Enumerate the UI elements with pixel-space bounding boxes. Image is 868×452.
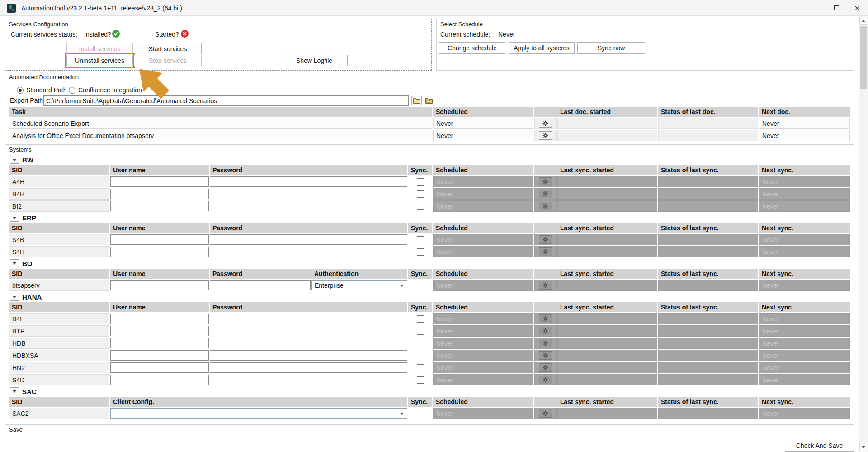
username-input[interactable]: [110, 280, 209, 290]
collapse-sac-button[interactable]: [10, 387, 19, 395]
export-path-input[interactable]: [43, 95, 409, 106]
sync-checkbox[interactable]: [417, 364, 424, 371]
password-input[interactable]: [210, 189, 407, 199]
scrollbar-up-button[interactable]: [859, 17, 867, 25]
schedule-gear-button[interactable]: [539, 281, 552, 290]
password-input[interactable]: [210, 201, 407, 211]
table-row: S4D Never Never: [9, 374, 850, 385]
sync-checkbox[interactable]: [417, 190, 424, 198]
uninstall-services-button[interactable]: Uninstall services: [66, 55, 133, 66]
username-input[interactable]: [110, 375, 209, 385]
sync-checkbox[interactable]: [417, 410, 424, 417]
open-folder-button[interactable]: [424, 96, 434, 105]
sync-checkbox[interactable]: [417, 315, 424, 323]
schedule-gear-button[interactable]: [539, 363, 552, 372]
scrollbar-down-button[interactable]: [859, 443, 867, 451]
username-input[interactable]: [110, 247, 209, 257]
scrollbar-thumb[interactable]: [860, 26, 867, 89]
schedule-gear-button[interactable]: [539, 119, 552, 128]
scheduled-cell: Never: [433, 200, 533, 212]
radio-standard-path[interactable]: Standard Path: [17, 86, 67, 94]
schedule-gear-button[interactable]: [539, 339, 552, 347]
show-logfile-button[interactable]: Show Logfile: [281, 55, 348, 66]
gear-icon: [542, 133, 548, 138]
schedule-gear-button[interactable]: [539, 376, 552, 384]
password-input[interactable]: [210, 176, 407, 187]
password-input[interactable]: [210, 375, 407, 385]
collapse-hana-button[interactable]: [10, 293, 19, 301]
apply-to-all-systems-button[interactable]: Apply to all systems: [509, 42, 575, 54]
vertical-scrollbar[interactable]: [859, 16, 868, 452]
schedule-gear-button[interactable]: [539, 235, 552, 244]
sync-checkbox[interactable]: [417, 178, 424, 186]
password-cell: [210, 338, 407, 349]
start-services-button[interactable]: Start services: [134, 43, 202, 54]
username-input[interactable]: [110, 189, 209, 199]
last-sync-cell: [557, 188, 657, 200]
password-input[interactable]: [210, 247, 407, 257]
schedule-gear-button[interactable]: [539, 131, 552, 140]
username-input[interactable]: [110, 176, 209, 187]
change-schedule-button[interactable]: Change schedule: [439, 42, 505, 54]
sync-now-button[interactable]: Sync now: [577, 42, 645, 54]
username-input[interactable]: [110, 314, 209, 324]
radio-confluence-integration[interactable]: Confluence Integration: [69, 86, 142, 94]
schedule-gear-button[interactable]: [539, 247, 552, 256]
services-configuration-group: Services Configuration Current services …: [5, 19, 432, 71]
scheduled-cell: Never: [433, 350, 533, 361]
schedule-gear-button[interactable]: [539, 190, 552, 198]
username-input[interactable]: [110, 338, 209, 348]
sid-cell: B4H: [9, 188, 109, 200]
scheduled-cell: Never: [433, 313, 533, 324]
gear-cell: [534, 280, 557, 291]
password-input[interactable]: [210, 234, 407, 245]
collapse-erp-button[interactable]: [10, 214, 19, 222]
check-and-save-button[interactable]: Check And Save: [785, 440, 854, 452]
col-header-gear: [534, 107, 557, 117]
schedule-gear-button[interactable]: [539, 327, 552, 335]
client-config-select[interactable]: [110, 408, 407, 419]
password-input[interactable]: [210, 326, 407, 336]
close-button[interactable]: [847, 0, 868, 15]
password-input[interactable]: [210, 362, 407, 373]
maximize-button[interactable]: [826, 0, 847, 15]
gear-cell: [534, 234, 557, 245]
username-input[interactable]: [110, 350, 209, 361]
next-sync-cell: Never: [759, 362, 850, 373]
authentication-select[interactable]: Enterprise: [311, 280, 407, 290]
schedule-gear-button[interactable]: [539, 351, 552, 360]
password-input[interactable]: [210, 314, 407, 324]
sync-checkbox[interactable]: [417, 248, 424, 256]
sync-cell: [408, 280, 432, 291]
schedule-gear-button[interactable]: [539, 314, 552, 323]
sync-checkbox[interactable]: [417, 282, 424, 289]
schedule-gear-button[interactable]: [539, 177, 552, 186]
username-input[interactable]: [110, 201, 209, 211]
password-input[interactable]: [210, 338, 407, 348]
password-input[interactable]: [210, 280, 311, 290]
username-input[interactable]: [110, 362, 209, 373]
window-title: AutomationTool v23.2.1-beta.1+11. releas…: [21, 5, 182, 12]
sync-checkbox[interactable]: [417, 328, 424, 335]
schedule-gear-button[interactable]: [539, 202, 552, 210]
sync-checkbox[interactable]: [417, 340, 424, 347]
username-input[interactable]: [110, 234, 209, 245]
sync-checkbox[interactable]: [417, 203, 424, 210]
sync-checkbox[interactable]: [417, 352, 424, 359]
save-group: Save: [5, 424, 854, 434]
minimize-button[interactable]: [805, 0, 826, 15]
schedule-gear-button[interactable]: [539, 409, 552, 418]
username-input[interactable]: [110, 326, 209, 336]
stop-services-button[interactable]: Stop services: [134, 55, 202, 66]
gear-icon: [542, 365, 548, 371]
browse-folder-button[interactable]: [411, 96, 422, 105]
sync-checkbox[interactable]: [417, 236, 424, 243]
col-header-user: User name: [110, 223, 209, 233]
radio-confluence-label: Confluence Integration: [78, 86, 142, 94]
sync-checkbox[interactable]: [417, 376, 424, 384]
collapse-bo-button[interactable]: [10, 259, 19, 267]
install-services-button[interactable]: Install services: [66, 43, 133, 54]
password-input[interactable]: [210, 350, 407, 361]
collapse-bw-button[interactable]: [10, 156, 19, 164]
next-sync-cell: Never: [759, 280, 850, 291]
